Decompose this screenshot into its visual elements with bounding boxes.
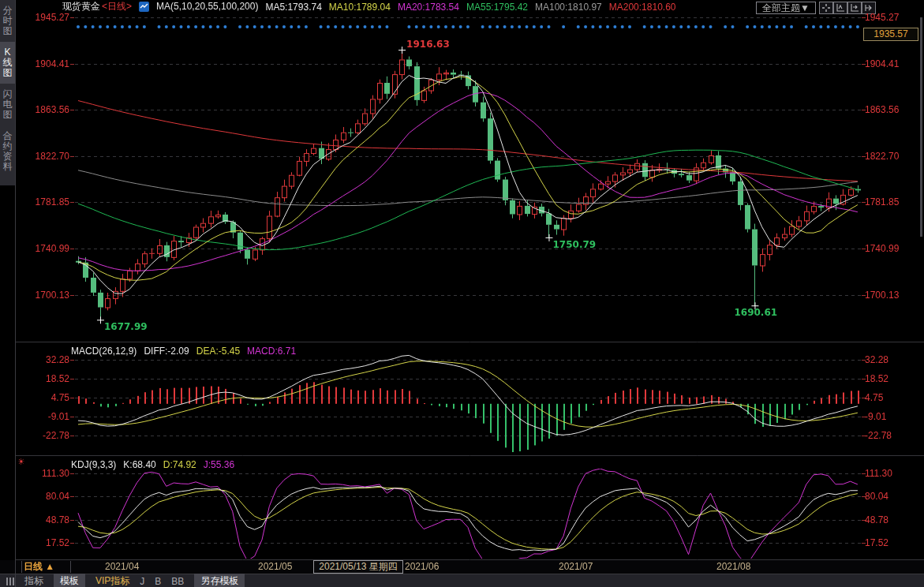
sidebar-item-闪电图[interactable]: 闪电图: [0, 84, 15, 125]
toolbar-item-模板[interactable]: 模板: [54, 574, 85, 587]
toolbar-item-VIP指标[interactable]: VIP指标: [95, 574, 129, 587]
indicator-settings-icon[interactable]: ☀: [16, 456, 27, 467]
panel-columns-icon[interactable]: [6, 578, 14, 585]
sidebar-divider: [15, 0, 16, 587]
toolbar-item-指标[interactable]: 指标: [24, 574, 43, 587]
period-button[interactable]: 日线 ▲: [24, 561, 54, 573]
sidebar-item-K线图[interactable]: K线图: [0, 42, 15, 84]
toolbar-item-B[interactable]: B: [155, 576, 161, 587]
scale-y-icon[interactable]: [833, 2, 847, 14]
shift-right-icon[interactable]: [862, 2, 876, 14]
scale-x-icon[interactable]: [847, 2, 862, 14]
theme-dropdown-button[interactable]: 全部主题▼: [756, 2, 816, 14]
chart-canvas[interactable]: [0, 0, 924, 587]
sidebar-item-合约资料[interactable]: 合约资料: [0, 125, 15, 178]
toolbar-item-BB[interactable]: BB: [171, 576, 184, 587]
sidebar: 分时图K线图闪电图合约资料: [0, 0, 15, 185]
toolbar-item-另存模板[interactable]: 另存模板: [194, 574, 245, 587]
toolbar-item-J[interactable]: J: [140, 576, 144, 587]
sidebar-item-分时图[interactable]: 分时图: [0, 0, 15, 42]
pan-crosshair-icon[interactable]: [819, 2, 833, 14]
scrollbar-thumb[interactable]: [920, 17, 922, 237]
